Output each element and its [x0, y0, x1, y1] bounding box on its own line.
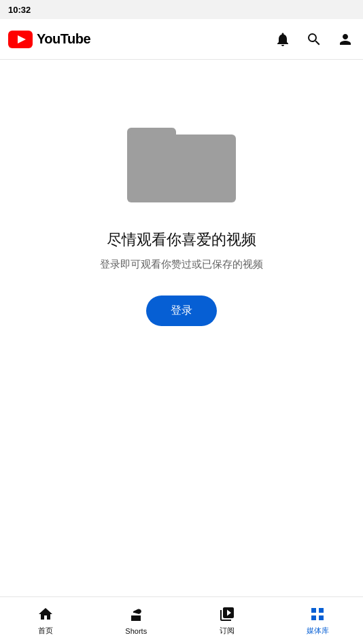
main-content: 尽情观看你喜爱的视频 登录即可观看你赞过或已保存的视频 登录 — [0, 60, 363, 596]
folder-body — [127, 135, 236, 202]
shorts-icon — [127, 607, 145, 624]
nav-label-shorts: Shorts — [125, 627, 147, 635]
svg-rect-2 — [311, 608, 316, 613]
empty-state-title: 尽情观看你喜爱的视频 — [107, 230, 256, 250]
nav-item-home[interactable]: 首页 — [0, 605, 91, 636]
nav-label-home: 首页 — [38, 626, 53, 636]
youtube-logo[interactable]: YouTube — [8, 31, 90, 48]
bell-icon[interactable] — [273, 30, 292, 49]
status-bar: 10:32 — [0, 0, 363, 19]
library-icon — [309, 605, 326, 623]
subscriptions-icon — [218, 605, 236, 623]
nav-item-shorts[interactable]: Shorts — [91, 607, 182, 635]
nav-label-library: 媒体库 — [307, 626, 329, 636]
account-icon[interactable] — [336, 30, 355, 49]
empty-state-illustration — [127, 114, 236, 202]
youtube-wordmark: YouTube — [37, 31, 90, 47]
header-right — [273, 30, 355, 49]
nav-label-subscriptions: 订阅 — [220, 626, 235, 636]
nav-item-library[interactable]: 媒体库 — [273, 605, 364, 636]
svg-rect-4 — [311, 615, 316, 620]
home-icon — [37, 605, 54, 623]
status-time: 10:32 — [8, 5, 31, 15]
svg-rect-3 — [319, 608, 324, 613]
search-icon[interactable] — [305, 30, 324, 49]
nav-item-subscriptions[interactable]: 订阅 — [182, 605, 273, 636]
empty-state-subtitle: 登录即可观看你赞过或已保存的视频 — [100, 258, 263, 271]
header: YouTube — [0, 19, 363, 60]
header-left: YouTube — [8, 31, 90, 48]
login-button[interactable]: 登录 — [146, 296, 218, 326]
youtube-play-icon — [8, 31, 33, 48]
bottom-nav: 首页 Shorts 订阅 — [0, 596, 363, 644]
